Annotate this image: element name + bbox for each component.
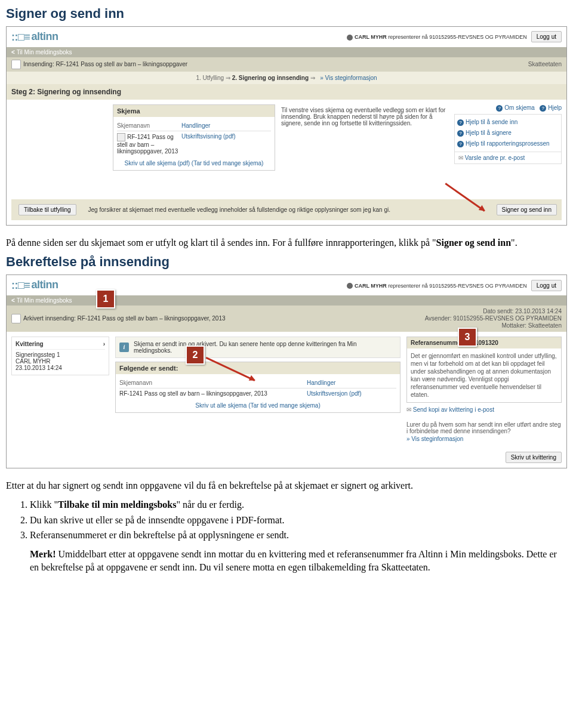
list-item: Referansenummeret er din bekreftelse på … [30,528,567,543]
help-sign-link[interactable]: Hjelp til å signere [457,128,559,138]
title-bar: Arkivert innsending: RF-1241 Pass og ste… [7,306,566,332]
content-area: Kvittering› Signeringssteg 1 CARL MYHR 2… [7,332,566,447]
logout-button[interactable]: Logg ut [531,280,562,291]
form-row-name: RF-1241 Pass og stell av barn – liknings… [119,390,307,397]
breadcrumb-bar: Til Min meldingsboks [7,295,566,306]
info-strip: i Skjema er sendt inn og arkivert. Du ka… [115,337,401,358]
paragraph-1: På denne siden ser du skjemaet som er ut… [6,236,567,249]
help-report-link[interactable]: Hjelp til rapporteringsprosessen [457,138,559,149]
step-info-link[interactable]: » Vis steginformasjon [320,75,377,81]
step-heading: Steg 2: Signering og innsending [7,84,566,100]
altinn-logo: ::□≡altinn [11,30,58,44]
list-item: Klikk "Tilbake til min meldingsboks" når… [30,497,567,513]
reference-body: Det er gjennomført en maskinell kontroll… [407,348,561,402]
hjelp-link[interactable]: Hjelp [540,104,562,111]
step-info-link[interactable]: » Vis steginformasjon [406,436,562,442]
steps-bar: 1. Utfylling ⇒ 2. Signering og innsendin… [7,72,566,84]
section-heading-2: Bekreftelse på innsending [6,254,567,270]
back-to-fill-button[interactable]: Tilbake til utfylling [19,204,76,215]
col-handlinger: Handlinger [181,122,271,129]
title-bar: Innsending: RF-1241 Pass og stell av bar… [7,57,566,72]
info-icon: i [119,343,129,352]
user-icon [347,35,353,41]
document-icon [117,133,125,141]
om-skjema-link[interactable]: Om skjema [496,104,535,111]
print-all-link[interactable]: Skriv ut alle skjema (Tar tid ved mange … [195,402,321,409]
print-all-link[interactable]: Skriv ut alle skjema (pdf) (Tar tid ved … [125,160,264,166]
altinn-logo: ::□≡altinn [11,279,58,292]
content-area: Skjema SkjemanavnHandlinger RF-1241 Pass… [7,100,566,175]
merk-paragraph: Merk! Umiddelbart etter at oppgavene sen… [30,548,567,575]
col-skjemanavn: Skjemanavn [117,122,181,129]
callout-1: 1 [96,289,115,309]
wondering-text: Lurer du på hvem som har sendt inn eller… [406,417,562,442]
page-title: Innsending: RF-1241 Pass og stell av bar… [23,60,187,67]
user-icon [347,283,353,289]
col-handlinger: Handlinger [307,380,396,386]
print-pdf-link[interactable]: Utskriftsversjon (pdf) [307,390,396,397]
logo-icon: ::□≡ [11,31,30,44]
numbered-list: Klikk "Tilbake til min meldingsboks" når… [18,497,567,543]
callout-2: 2 [186,346,205,365]
etat-label: Skatteetaten [528,61,562,67]
reference-heading: Referansenummer: AR1091320 [407,337,561,348]
skjema-heading: Skjema [117,107,140,115]
declaration-text: Jeg forsikrer at skjemaet med eventuelle… [76,206,494,213]
top-bar: ::□≡altinn CARL MYHR representerer nå 91… [7,27,566,47]
back-to-inbox-link[interactable]: Til Min meldingsboks [11,49,72,55]
form-icon [11,314,21,323]
callout-3: 3 [458,328,477,347]
notify-email-link[interactable]: Varsle andre pr. e-post [455,152,561,164]
chevron-right-icon: › [103,341,105,347]
breadcrumb-bar: Til Min meldingsboks [7,47,566,57]
send-copy-link[interactable]: Send kopi av kvittering i e-post [406,403,562,417]
form-row-name: RF-1241 Pass og stell av barn – liknings… [117,133,181,155]
screenshot-2: ::□≡altinn CARL MYHR representerer nå 91… [6,274,567,468]
section-heading-1: Signer og send inn [6,6,567,21]
receipt-sidebar: Kvittering› Signeringssteg 1 CARL MYHR 2… [11,337,109,375]
meta-info: Dato sendt: 23.10.2013 14:24 Avsender: 9… [425,308,562,329]
help-send-link[interactable]: Hjelp til å sende inn [457,117,559,128]
page-title: Arkivert innsending: RF-1241 Pass og ste… [23,315,226,322]
screenshot-1: ::□≡altinn CARL MYHR representerer nå 91… [6,26,567,226]
sign-and-send-button[interactable]: Signer og send inn [497,204,557,215]
logo-icon: ::□≡ [11,279,30,292]
col-skjemanavn: Skjemanavn [119,380,307,386]
list-item: Du kan skrive ut eller se på de innsendt… [30,513,567,528]
top-bar: ::□≡altinn CARL MYHR representerer nå 91… [7,275,566,295]
sent-heading: Følgende er sendt: [116,362,400,374]
print-pdf-link[interactable]: Utskriftsvisning (pdf) [181,133,271,155]
user-area: CARL MYHR representerer nå 910152955-REV… [347,31,562,42]
form-icon [11,60,21,69]
user-area: CARL MYHR representerer nå 910152955-REV… [347,280,562,291]
instruction-text: Til venstre vises skjema og eventuelle v… [281,107,448,130]
paragraph-2: Etter at du har signert og sendt inn opp… [6,479,567,492]
logout-button[interactable]: Logg ut [531,31,562,42]
print-receipt-button[interactable]: Skriv ut kvittering [506,452,562,463]
back-to-inbox-link[interactable]: Til Min meldingsboks [11,297,72,304]
